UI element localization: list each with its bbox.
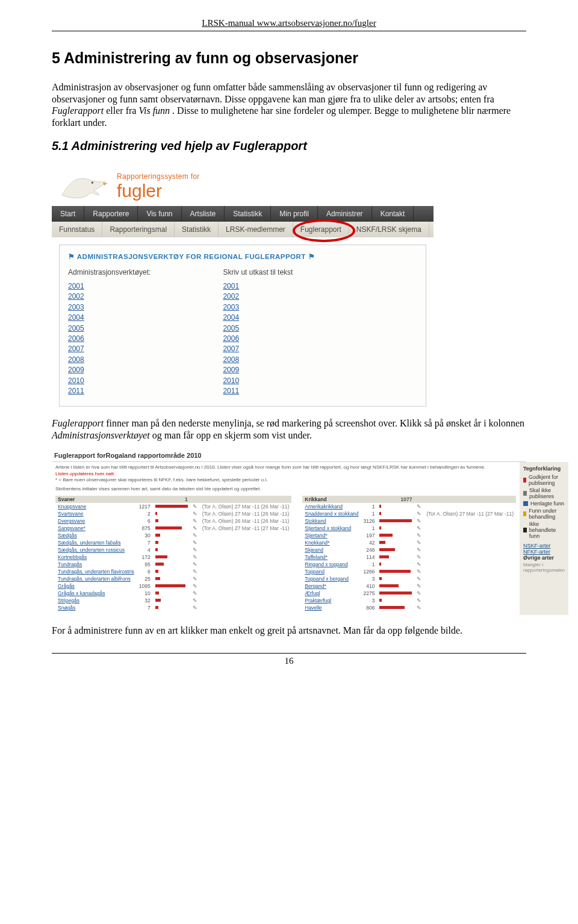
edit-icon[interactable]: ✎ bbox=[414, 546, 424, 554]
year-link[interactable]: 2011 bbox=[68, 386, 151, 396]
edit-icon[interactable]: ✎ bbox=[414, 575, 424, 582]
species-link[interactable]: Stokkand bbox=[305, 518, 326, 524]
species-link[interactable]: Grågås bbox=[58, 583, 75, 589]
edit-icon[interactable]: ✎ bbox=[414, 517, 424, 525]
edit-icon[interactable]: ✎ bbox=[414, 582, 424, 590]
edit-icon[interactable]: ✎ bbox=[190, 539, 200, 546]
edit-icon[interactable]: ✎ bbox=[414, 525, 424, 532]
subnav-nskf-lrsk-skjema[interactable]: NSKF/LRSK skjema bbox=[349, 222, 429, 237]
year-link[interactable]: 2001 bbox=[68, 281, 151, 292]
year-link[interactable]: 2011 bbox=[223, 386, 293, 396]
edit-icon[interactable]: ✎ bbox=[190, 575, 200, 582]
year-link[interactable]: 2010 bbox=[223, 376, 293, 386]
species-link[interactable]: Stripegås bbox=[58, 598, 79, 604]
edit-icon[interactable]: ✎ bbox=[414, 597, 424, 604]
year-link[interactable]: 2002 bbox=[223, 292, 293, 302]
year-link[interactable]: 2002 bbox=[68, 292, 151, 302]
nav-rapportere[interactable]: Rapportere bbox=[84, 206, 138, 222]
year-link[interactable]: 2009 bbox=[68, 365, 151, 375]
edit-icon[interactable]: ✎ bbox=[190, 568, 200, 575]
nav-minprofil[interactable]: Min profil bbox=[271, 206, 318, 222]
species-link[interactable]: Toppand x bergand bbox=[305, 576, 349, 582]
species-link[interactable]: Snadderand x stokkand bbox=[305, 511, 358, 517]
edit-icon[interactable]: ✎ bbox=[190, 582, 200, 590]
year-link[interactable]: 2008 bbox=[68, 355, 151, 365]
species-link[interactable]: Sædgås, underarten fabalis bbox=[58, 540, 120, 546]
species-link[interactable]: Stjertand* bbox=[305, 532, 327, 538]
nav-visfunn[interactable]: Vis funn bbox=[138, 206, 181, 222]
edit-icon[interactable]: ✎ bbox=[414, 561, 424, 568]
species-link[interactable]: Knekkand* bbox=[305, 540, 329, 546]
species-link[interactable]: Ringand x toppand bbox=[305, 561, 347, 567]
edit-icon[interactable]: ✎ bbox=[414, 510, 424, 517]
species-link[interactable]: Taffeland* bbox=[305, 554, 328, 560]
species-link[interactable]: Bergand* bbox=[305, 583, 326, 589]
edit-icon[interactable]: ✎ bbox=[414, 532, 424, 539]
edit-icon[interactable]: ✎ bbox=[190, 604, 200, 611]
year-link[interactable]: 2009 bbox=[223, 365, 293, 375]
nav-statistikk[interactable]: Statistikk bbox=[225, 206, 271, 222]
edit-icon[interactable]: ✎ bbox=[414, 604, 424, 611]
species-link[interactable]: Amerikakrikkand bbox=[305, 504, 343, 510]
edit-icon[interactable]: ✎ bbox=[414, 590, 424, 597]
table-row: Svartsvane2✎(Tor A. Olsen) 27 Mar -11 (2… bbox=[55, 510, 291, 517]
species-link[interactable]: Stjertand x stokkand bbox=[305, 525, 351, 531]
edit-icon[interactable]: ✎ bbox=[414, 568, 424, 575]
edit-icon[interactable]: ✎ bbox=[414, 503, 424, 510]
nav-administrer[interactable]: Administrer bbox=[318, 206, 372, 222]
species-link[interactable]: Sædgås, underarten rossicus bbox=[58, 547, 125, 553]
year-link[interactable]: 2005 bbox=[68, 323, 151, 334]
edit-icon[interactable]: ✎ bbox=[190, 510, 200, 517]
edit-icon[interactable]: ✎ bbox=[190, 554, 200, 561]
species-link[interactable]: Praktærfugl bbox=[305, 598, 331, 604]
species-link[interactable]: Knoppsvane bbox=[58, 504, 86, 510]
legend-link[interactable]: NSKF-arter bbox=[523, 543, 565, 549]
species-link[interactable]: Kortnebbgås bbox=[58, 554, 87, 560]
meta-cell bbox=[424, 546, 516, 554]
species-link[interactable]: Snøgås bbox=[58, 605, 75, 611]
year-link[interactable]: 2004 bbox=[223, 313, 293, 323]
subnav-statistikk[interactable]: Statistikk bbox=[175, 222, 219, 237]
species-link[interactable]: Toppand bbox=[305, 569, 325, 575]
year-link[interactable]: 2006 bbox=[223, 334, 293, 344]
year-link[interactable]: 2010 bbox=[68, 376, 151, 386]
species-link[interactable]: Skjeand bbox=[305, 547, 323, 553]
species-link[interactable]: Tundragås bbox=[58, 561, 82, 567]
edit-icon[interactable]: ✎ bbox=[190, 503, 200, 510]
year-link[interactable]: 2006 bbox=[68, 334, 151, 344]
year-link[interactable]: 2004 bbox=[68, 313, 151, 323]
edit-icon[interactable]: ✎ bbox=[190, 546, 200, 554]
edit-icon[interactable]: ✎ bbox=[190, 590, 200, 597]
legend-link[interactable]: NFKF-arter bbox=[523, 549, 565, 555]
species-link[interactable]: Ærfugl bbox=[305, 590, 320, 596]
edit-icon[interactable]: ✎ bbox=[414, 554, 424, 561]
species-link[interactable]: Sædgås bbox=[58, 532, 77, 538]
edit-icon[interactable]: ✎ bbox=[190, 517, 200, 525]
edit-icon[interactable]: ✎ bbox=[414, 539, 424, 546]
subnav-rapporteringsmal[interactable]: Rapporteringsmal bbox=[102, 222, 175, 237]
nav-start[interactable]: Start bbox=[52, 206, 84, 222]
edit-icon[interactable]: ✎ bbox=[190, 532, 200, 539]
subnav-lrsk-medlemmer[interactable]: LRSK-medlemmer bbox=[219, 222, 293, 237]
species-link[interactable]: Havelle bbox=[305, 605, 322, 611]
species-link[interactable]: Sangsvane* bbox=[58, 525, 85, 531]
year-link[interactable]: 2003 bbox=[223, 302, 293, 313]
edit-icon[interactable]: ✎ bbox=[190, 597, 200, 604]
species-link[interactable]: Tundragås, underarten albifrons bbox=[58, 576, 131, 582]
year-link[interactable]: 2007 bbox=[68, 344, 151, 354]
nav-kontakt[interactable]: Kontakt bbox=[372, 206, 414, 222]
year-link[interactable]: 2001 bbox=[223, 281, 293, 292]
year-link[interactable]: 2008 bbox=[223, 355, 293, 365]
species-link[interactable]: Tundragås, underarten flavirostris bbox=[58, 569, 134, 575]
subnav-funnstatus[interactable]: Funnstatus bbox=[52, 222, 102, 237]
year-link[interactable]: 2003 bbox=[68, 302, 151, 313]
edit-icon[interactable]: ✎ bbox=[190, 561, 200, 568]
species-link[interactable]: Grågås x kanadagås bbox=[58, 590, 105, 596]
year-link[interactable]: 2005 bbox=[223, 323, 293, 334]
species-link[interactable]: Dvergsvane bbox=[58, 518, 85, 524]
subnav-fuglerapport[interactable]: Fuglerapport bbox=[293, 222, 349, 237]
nav-artsliste[interactable]: Artsliste bbox=[182, 206, 225, 222]
edit-icon[interactable]: ✎ bbox=[190, 525, 200, 532]
species-link[interactable]: Svartsvane bbox=[58, 511, 84, 517]
year-link[interactable]: 2007 bbox=[223, 344, 293, 354]
